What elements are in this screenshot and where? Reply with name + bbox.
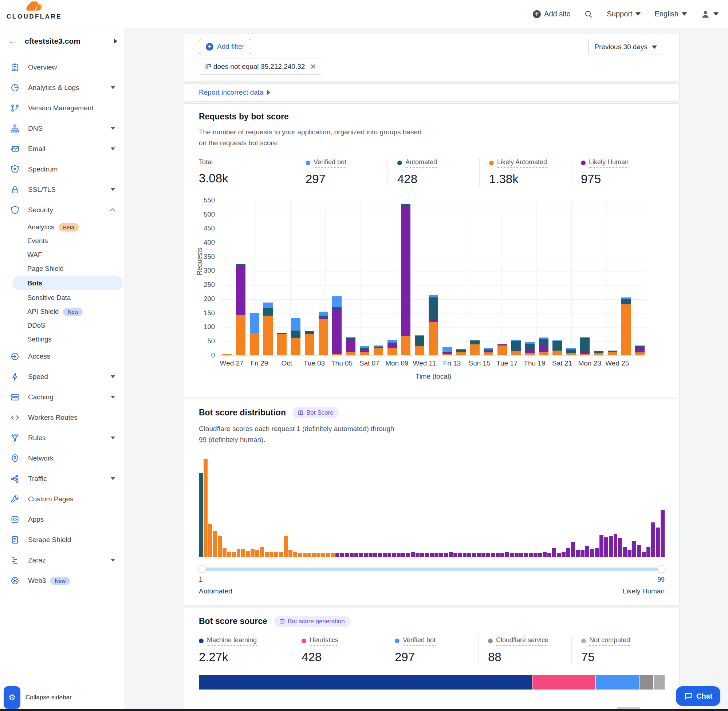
histogram-bar[interactable] (538, 553, 542, 557)
histogram-bar[interactable] (425, 553, 429, 557)
stacked-bar[interactable] (291, 318, 300, 355)
source-segment-verified-bot[interactable] (596, 675, 639, 689)
stacked-bar[interactable] (608, 351, 617, 356)
histogram-bar[interactable] (595, 548, 599, 557)
histogram-bar[interactable] (458, 553, 462, 557)
sidebar-item-network[interactable]: Network (0, 448, 124, 469)
histogram-bar[interactable] (401, 553, 405, 557)
stacked-bar[interactable] (401, 204, 411, 356)
sidebar-item-overview[interactable]: Overview (0, 57, 124, 78)
stacked-bar[interactable] (594, 351, 604, 356)
stacked-bar[interactable] (222, 354, 232, 355)
stacked-bar[interactable] (263, 302, 273, 356)
histogram-bar[interactable] (590, 549, 594, 557)
sidebar-item-sensitive-data[interactable]: Sensitive Data (0, 291, 124, 305)
histogram-bar[interactable] (359, 553, 363, 557)
histogram-bar[interactable] (547, 553, 551, 557)
histogram-bar[interactable] (335, 553, 340, 557)
stacked-bar[interactable] (443, 347, 452, 356)
stacked-bar[interactable] (374, 345, 383, 355)
close-icon[interactable]: ✕ (310, 62, 316, 71)
stacked-bar[interactable] (456, 349, 466, 356)
stacked-bar[interactable] (511, 340, 521, 356)
histogram-bar[interactable] (467, 553, 471, 557)
stacked-bar[interactable] (539, 338, 548, 356)
histogram-bar[interactable] (383, 553, 387, 557)
histogram-bar[interactable] (585, 546, 589, 557)
stacked-bar[interactable] (277, 333, 286, 356)
histogram-bar[interactable] (251, 549, 255, 557)
histogram-bar[interactable] (340, 553, 344, 557)
sidebar-item-traffic[interactable]: Traffic (0, 469, 124, 489)
stacked-bar[interactable] (580, 337, 590, 355)
histogram-bar[interactable] (505, 552, 509, 557)
sidebar-item-page-shield[interactable]: Page Shield (0, 262, 124, 276)
slider-handle-min[interactable] (198, 565, 206, 573)
slider-handle-max[interactable] (657, 565, 665, 573)
stacked-bar[interactable] (429, 295, 438, 356)
histogram-bar[interactable] (303, 553, 307, 557)
histogram-bar[interactable] (444, 553, 448, 557)
histogram-bar[interactable] (373, 553, 377, 557)
source-segment-heuristics[interactable] (532, 675, 595, 689)
histogram-bar[interactable] (618, 538, 622, 557)
histogram-bar[interactable] (350, 553, 354, 557)
search-icon[interactable] (584, 10, 593, 19)
stacked-bar[interactable] (305, 331, 314, 356)
histogram-bar[interactable] (486, 553, 490, 557)
histogram-bar[interactable] (284, 536, 288, 557)
sidebar-item-settings[interactable]: Settings (0, 332, 124, 346)
histogram-bar[interactable] (378, 553, 382, 557)
histogram-bar[interactable] (439, 553, 443, 557)
histogram-bar[interactable] (472, 553, 476, 557)
histogram-bar[interactable] (632, 541, 636, 557)
add-site-button[interactable]: + Add site (533, 10, 570, 18)
sidebar-item-apps[interactable]: Apps (0, 509, 124, 530)
histogram-bar[interactable] (364, 553, 368, 557)
histogram-bar[interactable] (269, 552, 273, 557)
sidebar-item-email[interactable]: Email (0, 139, 124, 159)
stacked-bar[interactable] (236, 264, 245, 355)
histogram-bar[interactable] (510, 553, 514, 557)
histogram-bar[interactable] (415, 553, 419, 557)
sidebar-item-bots[interactable]: Bots (12, 276, 123, 290)
sidebar-item-analytics[interactable]: AnalyticsBeta (0, 220, 124, 234)
sidebar-item-rules[interactable]: Rules (0, 428, 124, 448)
histogram-bar[interactable] (316, 553, 320, 557)
histogram-bar[interactable] (288, 550, 292, 557)
histogram-bar[interactable] (274, 552, 278, 557)
histogram-bar[interactable] (298, 553, 302, 557)
slider-track[interactable] (199, 568, 665, 571)
collapse-sidebar[interactable]: ⚙ Collapse sidebar (4, 686, 72, 709)
histogram-bar[interactable] (463, 553, 467, 557)
histogram-bar[interactable] (260, 547, 264, 557)
sidebar-item-zaraz[interactable]: Zaraz (0, 550, 124, 571)
report-incorrect-data-link[interactable]: Report incorrect data (199, 89, 270, 96)
chevron-right-icon[interactable] (114, 38, 117, 44)
histogram-bar[interactable] (232, 552, 236, 557)
bot-score-generation-badge[interactable]: Bot score generation (274, 616, 350, 627)
sidebar-item-caching[interactable]: Caching (0, 387, 124, 407)
histogram-bar[interactable] (543, 552, 546, 557)
histogram-bar[interactable] (552, 548, 556, 557)
back-arrow-icon[interactable]: ← (8, 36, 18, 47)
histogram-bar[interactable] (345, 553, 349, 557)
histogram-bar[interactable] (519, 553, 523, 557)
histogram-bar[interactable] (430, 553, 434, 557)
stacked-bar[interactable] (566, 348, 576, 356)
histogram-bar[interactable] (524, 553, 528, 557)
histogram-bar[interactable] (312, 553, 316, 557)
filter-chip[interactable]: IP does not equal 35.212.240.32 ✕ (199, 59, 322, 75)
histogram-bar[interactable] (199, 473, 203, 557)
histogram-bar[interactable] (387, 553, 391, 557)
histogram-bar[interactable] (529, 553, 533, 557)
stacked-bar[interactable] (552, 341, 562, 356)
histogram-bar[interactable] (571, 542, 575, 557)
histogram-bar[interactable] (246, 551, 250, 557)
histogram-bar[interactable] (557, 553, 561, 557)
histogram-bar[interactable] (265, 552, 269, 557)
histogram-bar[interactable] (661, 510, 665, 557)
histogram-bar[interactable] (237, 549, 241, 557)
gear-icon[interactable]: ⚙ (4, 686, 21, 709)
histogram-bar[interactable] (213, 531, 217, 557)
